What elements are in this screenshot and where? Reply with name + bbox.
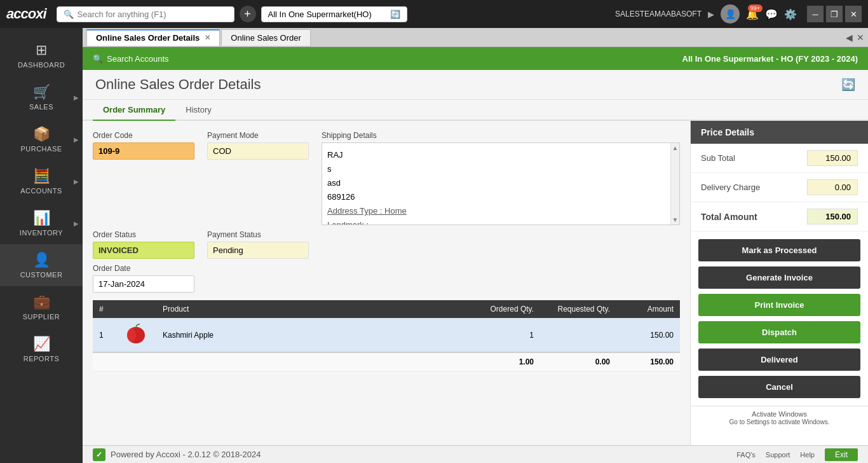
search-bar[interactable]: 🔍 — [57, 6, 234, 22]
main-content: Order Code Payment Mode Shipping Details — [83, 121, 868, 445]
shipping-details-text: RAJ s asd 689126 Address Type : Home Lan… — [322, 143, 670, 225]
payment-status-input[interactable] — [207, 242, 309, 259]
add-button[interactable]: + — [240, 6, 256, 22]
svg-point-1 — [127, 328, 136, 342]
form-row-3: Order Date — [93, 264, 680, 293]
shipping-landmark: Landmark : — [327, 220, 369, 225]
faqs-link[interactable]: FAQ's — [736, 451, 756, 459]
sidebar-item-accounts[interactable]: 🧮 ACCOUNTS ▶ — [0, 160, 83, 202]
tab-bar: Online Sales Order Details ✕ Online Sale… — [83, 28, 868, 47]
sidebar-item-label: DASHBOARD — [18, 61, 65, 69]
sidebar-item-reports[interactable]: 📈 REPORTS — [0, 328, 83, 370]
totals-empty3 — [156, 352, 464, 371]
sales-icon: 🛒 — [33, 84, 50, 100]
tab-online-sales-order-details[interactable]: Online Sales Order Details ✕ — [86, 29, 220, 46]
col-img — [118, 300, 156, 318]
help-link[interactable]: Help — [800, 451, 815, 459]
order-status-input[interactable] — [93, 242, 194, 259]
sidebar-item-supplier[interactable]: 💼 SUPPLIER — [0, 286, 83, 328]
footer-logo: ✓ — [93, 448, 105, 461]
search-accounts-btn[interactable]: 🔍 Search Accounts — [93, 54, 169, 64]
print-invoice-button[interactable]: Print Invoice — [698, 294, 860, 316]
chevron-right-icon: ▶ — [74, 178, 79, 185]
total-amount-row: Total Amount 150.00 — [691, 202, 868, 232]
subtotal-value: 150.00 — [807, 150, 858, 166]
action-buttons: Mark as Processed Generate Invoice Print… — [691, 232, 868, 406]
tab-history[interactable]: History — [175, 100, 221, 121]
cancel-button[interactable]: Cancel — [698, 376, 860, 398]
product-image — [125, 322, 147, 345]
order-code-input[interactable] — [93, 142, 194, 160]
refresh-icon: 🔄 — [390, 10, 400, 19]
company-selector[interactable]: All In One Supermarket(HO) 🔄 — [261, 6, 407, 22]
delivery-charge-row: Delivery Charge 0.00 — [691, 173, 868, 202]
tab-nav-left[interactable]: ◀ — [846, 32, 853, 43]
form-area: Order Code Payment Mode Shipping Details — [83, 121, 690, 445]
tab-order-summary[interactable]: Order Summary — [93, 100, 175, 121]
order-code-label: Order Code — [93, 131, 194, 140]
tab-order-summary-label: Order Summary — [103, 105, 165, 114]
generate-invoice-button[interactable]: Generate Invoice — [698, 266, 860, 289]
refresh-button[interactable]: 🔄 — [841, 78, 855, 92]
app-logo: accoxi — [6, 6, 46, 22]
order-status-label: Order Status — [93, 230, 194, 239]
green-header: 🔍 Search Accounts All In One Supermarket… — [83, 47, 868, 70]
col-num: # — [93, 300, 118, 318]
footer-right: FAQ's Support Help Exit — [736, 448, 858, 461]
tab-close-all[interactable]: ✕ — [857, 32, 864, 43]
shipping-line2: asd — [327, 176, 665, 190]
nav-right: SALESTEAMAABASOFT ▶ 👤 🔔 99+ 💬 ⚙️ ─ ❐ ✕ — [615, 4, 862, 24]
settings-icon[interactable]: ⚙️ — [784, 8, 797, 20]
restore-button[interactable]: ❐ — [826, 6, 843, 22]
sidebar-item-label: SALES — [29, 103, 53, 111]
content-tabs: Order Summary History — [83, 100, 868, 121]
page-header: Online Sales Order Details 🔄 — [83, 70, 868, 100]
sidebar-item-label: INVENTORY — [20, 229, 63, 237]
dispatch-button[interactable]: Dispatch — [698, 321, 860, 343]
sidebar-item-purchase[interactable]: 📦 PURCHASE ▶ — [0, 118, 83, 160]
main-layout: ⊞ DASHBOARD 🛒 SALES ▶ 📦 PURCHASE ▶ 🧮 ACC… — [0, 28, 868, 463]
row-num: 1 — [93, 318, 118, 352]
search-accounts-icon: 🔍 — [93, 54, 103, 64]
powered-by: Powered by Accoxi - 2.0.12 © 2018-2024 — [111, 450, 261, 459]
totals-ordered-qty: 1.00 — [464, 352, 540, 371]
notification-bell[interactable]: 🔔 99+ — [746, 8, 759, 20]
order-date-group: Order Date — [93, 264, 194, 293]
avatar: 👤 — [721, 4, 740, 24]
sidebar-item-dashboard[interactable]: ⊞ DASHBOARD — [0, 34, 83, 76]
page-title: Online Sales Order Details — [95, 76, 261, 93]
tab-online-sales-order[interactable]: Online Sales Order — [221, 29, 311, 46]
table-row[interactable]: 1 — [93, 318, 680, 352]
sidebar-item-customer[interactable]: 👤 CUSTOMER — [0, 244, 83, 286]
purchase-icon: 📦 — [33, 126, 50, 142]
supplier-icon: 💼 — [33, 294, 50, 310]
col-requested-qty: Requested Qty. — [540, 300, 616, 318]
sidebar-item-label: SUPPLIER — [23, 313, 60, 321]
form-row-2: Order Status Payment Status — [93, 230, 680, 259]
mark-as-processed-button[interactable]: Mark as Processed — [698, 239, 860, 261]
payment-mode-input[interactable] — [207, 142, 309, 160]
payment-mode-label: Payment Mode — [207, 131, 309, 140]
message-icon[interactable]: 💬 — [765, 8, 778, 20]
delivery-charge-value: 0.00 — [807, 179, 858, 195]
search-input[interactable] — [78, 10, 227, 19]
search-icon: 🔍 — [64, 10, 74, 19]
sidebar-item-inventory[interactable]: 📊 INVENTORY ▶ — [0, 202, 83, 244]
row-img — [118, 318, 156, 352]
order-date-input[interactable] — [93, 275, 194, 293]
svg-point-2 — [135, 327, 137, 328]
totals-empty1 — [93, 352, 118, 371]
delivered-button[interactable]: Delivered — [698, 349, 860, 371]
tab-close-icon[interactable]: ✕ — [205, 34, 210, 42]
minimize-button[interactable]: ─ — [807, 6, 824, 22]
total-amount-value: 150.00 — [807, 209, 858, 225]
sidebar-item-sales[interactable]: 🛒 SALES ▶ — [0, 76, 83, 118]
reports-icon: 📈 — [33, 336, 50, 352]
close-button[interactable]: ✕ — [845, 6, 862, 22]
col-ordered-qty: Ordered Qty. — [464, 300, 540, 318]
support-link[interactable]: Support — [766, 451, 790, 459]
exit-button[interactable]: Exit — [825, 448, 858, 461]
payment-mode-group: Payment Mode — [207, 131, 309, 225]
shipping-address-type: Address Type : Home — [327, 206, 407, 216]
shipping-scrollbar[interactable]: ▲ ▼ — [670, 143, 679, 225]
